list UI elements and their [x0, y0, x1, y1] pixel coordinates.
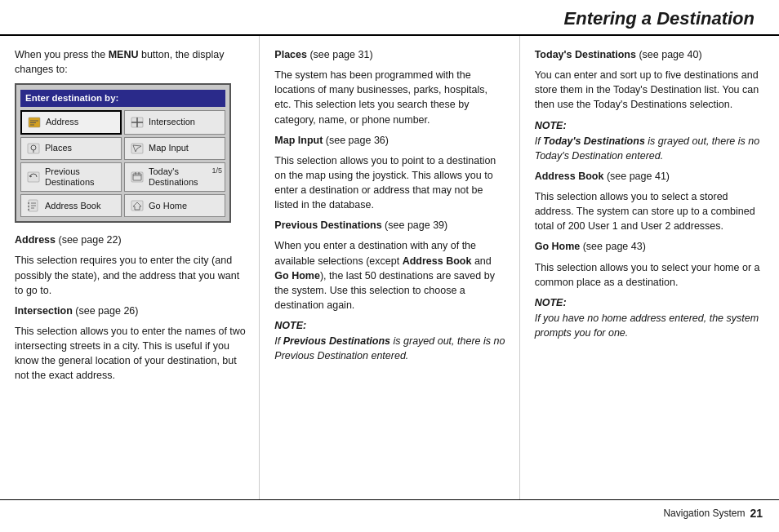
places-section: Places (see page 31)	[274, 47, 505, 62]
column-2: Places (see page 31) The system has been…	[260, 36, 519, 499]
note2-body: If Today's Destinations is grayed out, t…	[535, 134, 766, 163]
mapinput-body: This selection allows you to point to a …	[274, 153, 505, 213]
column-1: When you press the MENU button, the disp…	[0, 36, 260, 499]
page-header: Entering a Destination	[0, 0, 779, 36]
nav-btn-addrbook-label: Address Book	[45, 201, 100, 211]
places-body: The system has been programmed with the …	[274, 68, 505, 127]
nav-system-label: Navigation System	[663, 508, 745, 519]
places-icon	[26, 141, 41, 156]
page-number: 21	[750, 507, 763, 520]
address-section: Address (see page 22)	[15, 233, 246, 247]
nav-btn-gohome-label: Go Home	[149, 201, 187, 211]
nav-btn-previous[interactable]: PreviousDestinations	[20, 162, 122, 192]
nav-btn-previous-label: PreviousDestinations	[45, 166, 95, 188]
page-title: Entering a Destination	[0, 8, 755, 29]
nav-btn-intersection[interactable]: Intersection	[124, 110, 225, 135]
svg-rect-18	[28, 206, 29, 207]
note1-body: If Previous Destinations is grayed out, …	[274, 334, 505, 363]
address-icon	[27, 115, 42, 130]
todays-body: You can enter and sort up to five destin…	[535, 68, 766, 112]
addrbook-section: Address Book (see page 41)	[535, 169, 766, 184]
nav-btn-mapinput[interactable]: Map Input	[124, 137, 225, 160]
intersection-section: Intersection (see page 26)	[15, 304, 246, 318]
map-input-icon	[130, 141, 145, 156]
gohome-section: Go Home (see page 43)	[535, 239, 766, 254]
svg-rect-19	[28, 209, 29, 211]
todays-badge: 1/5	[211, 166, 222, 176]
nav-btn-address-label: Address	[46, 117, 78, 127]
intro-text: When you press the MENU button, the disp…	[15, 47, 246, 77]
nav-btn-todays[interactable]: Today'sDestinations 1/5	[124, 162, 225, 192]
note2-title: NOTE:	[535, 118, 766, 133]
address-book-icon	[26, 198, 41, 213]
addrbook-body: This selection allows you to select a st…	[535, 189, 766, 233]
note1-title: NOTE:	[274, 318, 505, 333]
column-3: Today's Destinations (see page 40) You c…	[520, 36, 779, 499]
nav-btn-places[interactable]: Places	[20, 137, 122, 160]
main-content: When you press the MENU button, the disp…	[0, 36, 779, 499]
nav-btn-gohome[interactable]: Go Home	[124, 194, 225, 217]
intersection-icon	[130, 115, 145, 130]
nav-screen-mockup: Enter destination by: Address	[15, 83, 231, 223]
nav-button-grid: Address Intersection	[20, 110, 225, 217]
nav-btn-mapinput-label: Map Input	[149, 143, 189, 153]
previous-destinations-icon	[26, 170, 41, 184]
todays-section: Today's Destinations (see page 40)	[535, 47, 766, 62]
intersection-body: This selection allows you to enter the n…	[15, 324, 246, 383]
nav-btn-addrbook[interactable]: Address Book	[20, 194, 122, 217]
nav-btn-intersection-label: Intersection	[149, 117, 195, 127]
note3-title: NOTE:	[535, 295, 766, 310]
prevdest-section: Previous Destinations (see page 39)	[274, 218, 505, 233]
nav-btn-places-label: Places	[45, 143, 72, 153]
todays-destinations-icon	[130, 170, 145, 184]
address-body: This selection requires you to enter the…	[15, 253, 246, 297]
nav-btn-address[interactable]: Address	[20, 110, 122, 135]
prevdest-body: When you enter a destination with any of…	[274, 238, 505, 313]
note3-body: If you have no home address entered, the…	[535, 311, 766, 340]
go-home-icon	[130, 198, 145, 213]
mapinput-section: Map Input (see page 36)	[274, 133, 505, 148]
nav-btn-todays-label: Today'sDestinations	[149, 166, 198, 188]
gohome-body: This selection allows you to select your…	[535, 260, 766, 290]
nav-screen-title: Enter destination by:	[20, 90, 225, 107]
svg-rect-17	[28, 202, 29, 204]
page-footer: Navigation System 21	[0, 499, 779, 525]
